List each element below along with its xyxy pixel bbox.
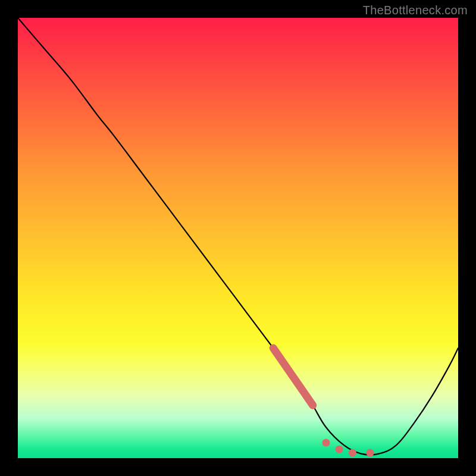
accent-dot (336, 446, 343, 453)
bottleneck-curve (18, 18, 458, 455)
accent-dot (349, 449, 356, 457)
accent-dot (367, 449, 374, 457)
accent-dot (322, 439, 330, 447)
chart-frame (18, 18, 458, 458)
chart-svg (18, 18, 458, 458)
watermark-text: TheBottleneck.com (363, 4, 468, 17)
accent-segment (273, 348, 313, 405)
